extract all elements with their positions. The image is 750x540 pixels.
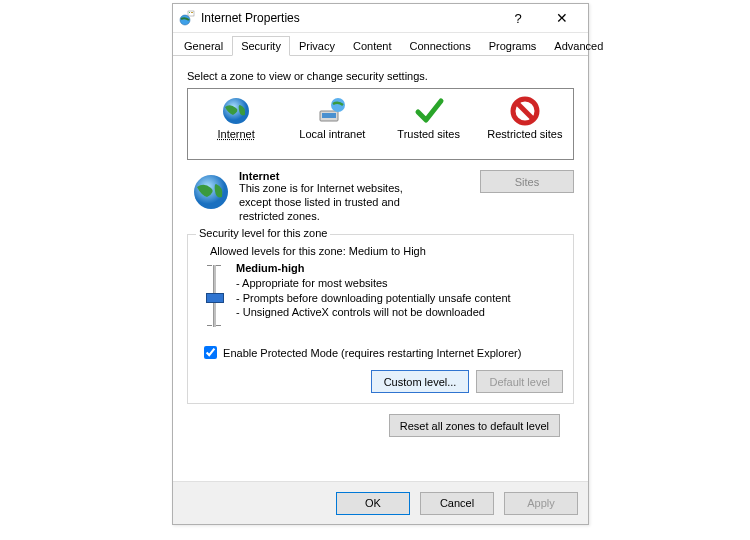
ok-button[interactable]: OK: [336, 492, 410, 515]
zone-info: Internet This zone is for Internet websi…: [187, 170, 574, 230]
apply-button[interactable]: Apply: [504, 492, 578, 515]
zone-trusted-sites[interactable]: Trusted sites: [389, 95, 469, 140]
window-title: Internet Properties: [201, 11, 496, 25]
zone-restricted-sites[interactable]: Restricted sites: [485, 95, 565, 140]
level-line: - Unsigned ActiveX controls will not be …: [236, 305, 511, 319]
security-level-description: Medium-high - Appropriate for most websi…: [236, 261, 511, 333]
default-level-button[interactable]: Default level: [476, 370, 563, 393]
tab-connections[interactable]: Connections: [400, 36, 479, 56]
group-title: Security level for this zone: [196, 227, 330, 239]
svg-rect-1: [188, 11, 194, 16]
svg-line-9: [517, 103, 533, 119]
zone-list: Internet Local intranet: [187, 88, 574, 160]
tab-privacy[interactable]: Privacy: [290, 36, 344, 56]
security-level-group: Security level for this zone Allowed lev…: [187, 234, 574, 404]
zone-info-title: Internet: [239, 170, 472, 182]
tab-content[interactable]: Content: [344, 36, 401, 56]
intranet-icon: [316, 95, 348, 127]
tab-general[interactable]: General: [175, 36, 232, 56]
protected-mode-checkbox[interactable]: [204, 346, 217, 359]
dialog-footer: OK Cancel Apply: [173, 481, 588, 524]
level-line: - Appropriate for most websites: [236, 276, 511, 290]
tab-content-area: Select a zone to view or change security…: [173, 56, 588, 447]
titlebar: Internet Properties ? ✕: [173, 4, 588, 33]
reset-all-zones-button[interactable]: Reset all zones to default level: [389, 414, 560, 437]
level-line: - Prompts before downloading potentially…: [236, 291, 511, 305]
zone-instruction: Select a zone to view or change security…: [187, 70, 574, 82]
tab-advanced[interactable]: Advanced: [545, 36, 612, 56]
zone-label: Internet: [196, 128, 276, 140]
globe-icon: [220, 95, 252, 127]
restricted-icon: [509, 95, 541, 127]
zone-info-text: Internet This zone is for Internet websi…: [239, 170, 472, 223]
checkmark-icon: [413, 95, 445, 127]
protected-mode-text: Enable Protected Mode (requires restarti…: [223, 347, 521, 359]
svg-rect-3: [191, 12, 193, 13]
zone-label: Local intranet: [292, 128, 372, 140]
svg-rect-2: [189, 12, 190, 13]
close-button[interactable]: ✕: [540, 5, 584, 31]
protected-mode-label[interactable]: Enable Protected Mode (requires restarti…: [200, 347, 521, 359]
security-level-slider[interactable]: [204, 261, 224, 333]
sites-button[interactable]: Sites: [480, 170, 574, 193]
zone-label: Trusted sites: [389, 128, 469, 140]
zone-internet[interactable]: Internet: [196, 95, 276, 140]
globe-large-icon: [191, 172, 231, 212]
help-button[interactable]: ?: [496, 5, 540, 31]
zone-local-intranet[interactable]: Local intranet: [292, 95, 372, 140]
level-name: Medium-high: [236, 261, 511, 275]
allowed-levels-text: Allowed levels for this zone: Medium to …: [210, 245, 563, 257]
internet-options-icon: [179, 10, 195, 26]
internet-properties-dialog: Internet Properties ? ✕ General Security…: [172, 3, 589, 525]
tab-programs[interactable]: Programs: [480, 36, 546, 56]
tab-security[interactable]: Security: [232, 36, 290, 56]
close-icon: ✕: [556, 10, 568, 26]
svg-rect-6: [322, 113, 336, 118]
custom-level-button[interactable]: Custom level...: [371, 370, 470, 393]
zone-label: Restricted sites: [485, 128, 565, 140]
zone-info-description: This zone is for Internet websites, exce…: [239, 182, 419, 223]
cancel-button[interactable]: Cancel: [420, 492, 494, 515]
tab-strip: General Security Privacy Content Connect…: [173, 33, 588, 56]
slider-thumb[interactable]: [206, 293, 224, 303]
